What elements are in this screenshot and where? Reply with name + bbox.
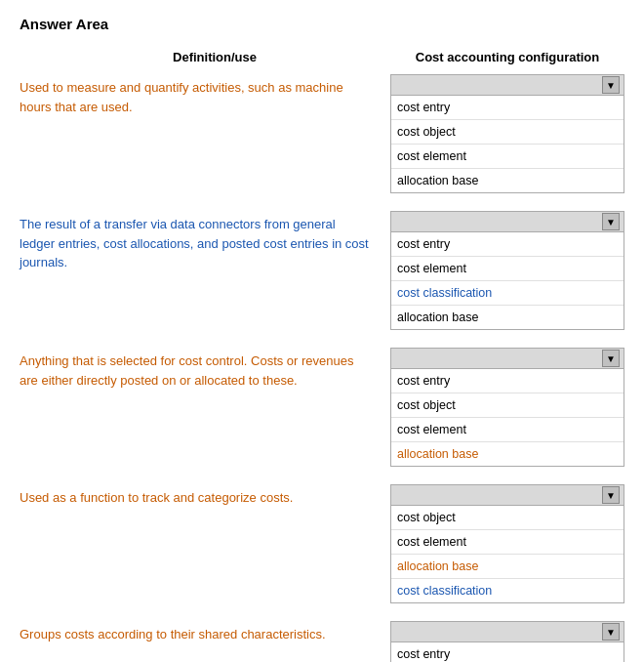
dropdown-list-3: cost entrycost objectcost elementallocat…	[390, 369, 624, 467]
dropdown-arrow-1[interactable]: ▼	[602, 76, 620, 94]
col-definition-header: Definition/use	[20, 50, 390, 64]
answer-area: Definition/use Cost accounting configura…	[20, 50, 624, 662]
qa-row-5: Groups costs according to their shared c…	[20, 621, 624, 662]
dropdown-list-4: cost objectcost elementallocation baseco…	[390, 506, 624, 603]
qa-row-2: The result of a transfer via data connec…	[20, 211, 624, 330]
config-dropdown-5: ▼cost entrycost elementallocation baseco…	[390, 621, 624, 662]
dropdown-header-2: ▼	[390, 211, 624, 232]
dropdown-item-3-2[interactable]: cost object	[391, 393, 624, 418]
dropdown-arrow-2[interactable]: ▼	[602, 213, 620, 230]
dropdown-header-5: ▼	[390, 621, 624, 642]
dropdown-item-2-3[interactable]: cost classification	[391, 281, 624, 306]
dropdown-item-1-1[interactable]: cost entry	[391, 96, 624, 120]
dropdown-arrow-5[interactable]: ▼	[602, 623, 620, 641]
dropdown-list-5: cost entrycost elementallocation basecos…	[390, 642, 624, 662]
definition-span-1: Used to measure and quantify activities,…	[20, 80, 343, 114]
config-dropdown-3: ▼cost entrycost objectcost elementalloca…	[390, 348, 624, 467]
dropdown-header-4: ▼	[390, 484, 624, 506]
definition-text-3: Anything that is selected for cost contr…	[20, 348, 390, 390]
dropdown-item-3-3[interactable]: cost element	[391, 418, 624, 442]
definition-span-3: Anything that is selected for cost contr…	[20, 353, 354, 388]
config-dropdown-2: ▼cost entrycost elementcost classificati…	[390, 211, 624, 330]
dropdown-item-1-2[interactable]: cost object	[391, 120, 624, 145]
definition-text-4: Used as a function to track and categori…	[20, 484, 390, 508]
dropdown-item-1-4[interactable]: allocation base	[391, 169, 624, 192]
dropdown-item-1-3[interactable]: cost element	[391, 145, 624, 169]
definition-span-5: Groups costs according to their shared c…	[20, 627, 326, 641]
dropdown-item-3-1[interactable]: cost entry	[391, 369, 624, 393]
qa-row-3: Anything that is selected for cost contr…	[20, 348, 624, 467]
dropdown-item-4-1[interactable]: cost object	[391, 506, 624, 530]
dropdown-header-1: ▼	[390, 74, 624, 96]
dropdown-item-2-1[interactable]: cost entry	[391, 232, 624, 257]
dropdown-list-2: cost entrycost elementcost classificatio…	[390, 232, 624, 330]
definition-text-2: The result of a transfer via data connec…	[20, 211, 390, 272]
dropdown-item-4-3[interactable]: allocation base	[391, 555, 624, 579]
dropdown-item-2-2[interactable]: cost element	[391, 257, 624, 281]
definition-span-4: Used as a function to track and categori…	[20, 490, 293, 505]
dropdown-header-3: ▼	[390, 348, 624, 369]
qa-row-1: Used to measure and quantify activities,…	[20, 74, 624, 193]
header-row: Definition/use Cost accounting configura…	[20, 50, 624, 64]
qa-row-4: Used as a function to track and categori…	[20, 484, 624, 603]
dropdown-item-5-1[interactable]: cost entry	[391, 642, 624, 662]
definition-span-2: The result of a transfer via data connec…	[20, 217, 369, 269]
col-config-header: Cost accounting configuration	[390, 50, 624, 64]
config-dropdown-1: ▼cost entrycost objectcost elementalloca…	[390, 74, 624, 193]
page-title: Answer Area	[20, 16, 624, 32]
dropdown-item-4-2[interactable]: cost element	[391, 530, 624, 555]
definition-text-5: Groups costs according to their shared c…	[20, 621, 390, 644]
dropdown-item-2-4[interactable]: allocation base	[391, 306, 624, 329]
dropdown-item-4-4[interactable]: cost classification	[391, 579, 624, 602]
definition-text-1: Used to measure and quantify activities,…	[20, 74, 390, 116]
dropdown-list-1: cost entrycost objectcost elementallocat…	[390, 96, 624, 193]
config-dropdown-4: ▼cost objectcost elementallocation basec…	[390, 484, 624, 603]
dropdown-arrow-4[interactable]: ▼	[602, 486, 620, 504]
dropdown-arrow-3[interactable]: ▼	[602, 350, 620, 367]
dropdown-item-3-4[interactable]: allocation base	[391, 442, 624, 466]
rows-container: Used to measure and quantify activities,…	[20, 74, 624, 662]
